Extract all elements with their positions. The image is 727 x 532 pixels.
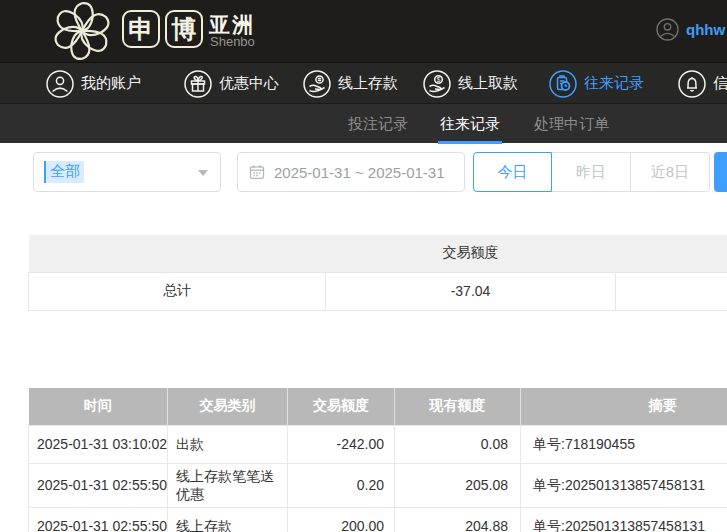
col-header-type: 交易类别 bbox=[168, 388, 288, 425]
records-subtab-bar: 投注记录 往来记录 处理中订单 bbox=[0, 103, 727, 143]
cell-type: 线上存款 bbox=[168, 508, 288, 532]
gift-icon bbox=[184, 70, 212, 98]
calendar-icon bbox=[249, 164, 265, 180]
cell-time: 2025-01-31 02:55:50 bbox=[29, 508, 168, 532]
summary-header-empty bbox=[616, 235, 727, 272]
nav-item-transaction-records[interactable]: 往来记录 bbox=[549, 63, 644, 104]
user-account-area[interactable]: qhhw bbox=[656, 18, 725, 41]
records-header-row: 时间 交易类别 交易额度 现有额度 摘要 bbox=[29, 388, 727, 425]
summary-header-empty bbox=[29, 235, 326, 272]
brand-flower-logo-icon[interactable] bbox=[44, 1, 118, 61]
main-nav-bar: 我的账户 优惠中心 线上存款 bbox=[0, 62, 727, 103]
username-text[interactable]: qhhw bbox=[686, 21, 725, 38]
table-row: 2025-01-31 03:10:02 出款 -242.00 0.08 单号:7… bbox=[29, 425, 727, 463]
cell-memo: 单号:718190455 bbox=[521, 425, 727, 463]
tab-transaction-records[interactable]: 往来记录 bbox=[440, 104, 500, 144]
summary-total-value: -37.04 bbox=[326, 272, 616, 310]
cell-type: 出款 bbox=[168, 425, 288, 463]
quick-date-button-group: 今日 昨日 近8日 bbox=[474, 152, 710, 192]
cell-amount: -242.00 bbox=[288, 425, 395, 463]
table-row: 2025-01-31 02:55:50 线上存款笔笔送优惠 0.20 205.0… bbox=[29, 463, 727, 508]
cell-balance: 205.08 bbox=[395, 463, 521, 508]
today-button[interactable]: 今日 bbox=[473, 152, 552, 192]
withdraw-hand-coin-icon: $ bbox=[423, 70, 451, 98]
summary-total-label: 总计 bbox=[29, 272, 326, 310]
nav-item-online-deposit[interactable]: 线上存款 bbox=[303, 63, 398, 104]
cell-amount: 0.20 bbox=[288, 463, 395, 508]
nav-item-online-withdrawal[interactable]: $ 线上取款 bbox=[423, 63, 518, 104]
cell-balance: 204.88 bbox=[395, 508, 521, 532]
nav-label: 线上存款 bbox=[338, 74, 398, 93]
nav-label: 信 bbox=[713, 74, 727, 93]
selected-type-value: 全部 bbox=[44, 161, 84, 183]
cell-time: 2025-01-31 03:10:02 bbox=[29, 425, 168, 463]
cell-time: 2025-01-31 02:55:50 bbox=[29, 463, 168, 508]
svg-text:$: $ bbox=[437, 76, 441, 83]
nav-item-promotions[interactable]: 优惠中心 bbox=[184, 63, 279, 104]
records-clipboard-icon bbox=[549, 70, 577, 98]
cell-amount: 200.00 bbox=[288, 508, 395, 532]
nav-label: 我的账户 bbox=[81, 74, 141, 93]
records-table: 时间 交易类别 交易额度 现有额度 摘要 2025-01-31 03:10:02… bbox=[28, 388, 727, 532]
summary-header-row: 交易额度 bbox=[29, 235, 727, 272]
account-person-icon bbox=[46, 70, 74, 98]
summary-amount-header: 交易额度 bbox=[326, 235, 616, 272]
col-header-amount: 交易额度 bbox=[288, 388, 395, 425]
brand-en-name: Shenbo bbox=[210, 34, 255, 49]
transaction-records-page: 申 博 亚洲 Shenbo qhhw 我的账户 bbox=[0, 0, 727, 532]
col-header-time: 时间 bbox=[29, 388, 168, 425]
nav-item-my-account[interactable]: 我的账户 bbox=[46, 63, 141, 104]
top-header-bar: 申 博 亚洲 Shenbo qhhw bbox=[0, 0, 727, 62]
summary-table: 交易额度 总计 -37.04 bbox=[28, 235, 727, 311]
deposit-hand-coin-icon bbox=[303, 70, 331, 98]
col-header-memo: 摘要 bbox=[521, 388, 727, 425]
cell-memo: 单号:202501313857458131 bbox=[521, 508, 727, 532]
date-range-input[interactable]: 2025-01-31 ~ 2025-01-31 bbox=[237, 152, 465, 192]
col-header-balance: 现有额度 bbox=[395, 388, 521, 425]
query-button[interactable] bbox=[714, 152, 727, 192]
cell-balance: 0.08 bbox=[395, 425, 521, 463]
brand-char-1: 申 bbox=[122, 10, 160, 48]
last-8-days-button[interactable]: 近8日 bbox=[631, 152, 710, 192]
nav-item-messages[interactable]: 信 bbox=[678, 63, 727, 104]
transaction-type-select[interactable]: 全部 bbox=[33, 152, 221, 192]
user-avatar-icon bbox=[656, 18, 679, 41]
brand-char-2: 博 bbox=[165, 10, 203, 48]
date-range-value: 2025-01-31 ~ 2025-01-31 bbox=[274, 164, 445, 181]
tab-betting-records[interactable]: 投注记录 bbox=[348, 104, 408, 144]
chevron-down-icon bbox=[198, 170, 208, 176]
tab-processing-orders[interactable]: 处理中订单 bbox=[534, 104, 609, 144]
cell-memo: 单号:202501313857458131 bbox=[521, 463, 727, 508]
nav-label: 优惠中心 bbox=[219, 74, 279, 93]
nav-label: 往来记录 bbox=[584, 74, 644, 93]
summary-total-row: 总计 -37.04 bbox=[29, 272, 727, 310]
cell-type: 线上存款笔笔送优惠 bbox=[168, 463, 288, 508]
nav-label: 线上取款 bbox=[458, 74, 518, 93]
bell-icon bbox=[678, 70, 706, 98]
yesterday-button[interactable]: 昨日 bbox=[552, 152, 631, 192]
table-row: 2025-01-31 02:55:50 线上存款 200.00 204.88 单… bbox=[29, 508, 727, 532]
